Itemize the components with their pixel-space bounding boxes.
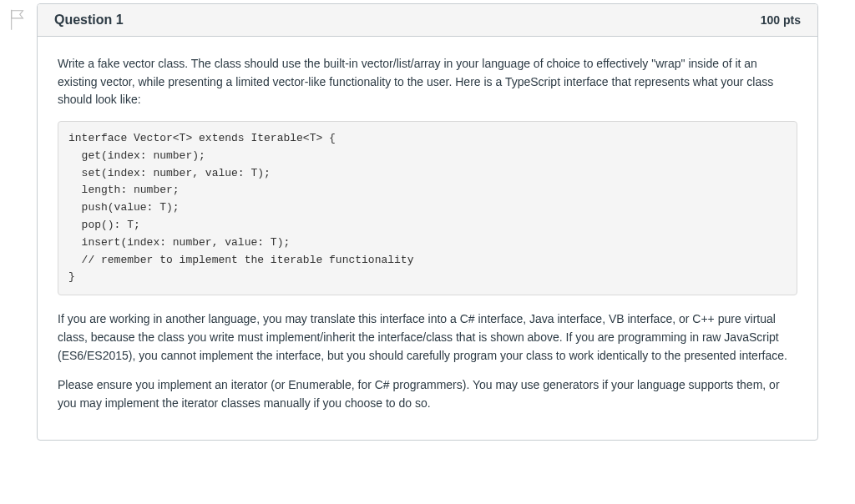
question-body: Write a fake vector class. The class sho…	[38, 37, 817, 440]
paragraph-3: Please ensure you implement an iterator …	[58, 376, 797, 412]
question-card: Question 1 100 pts Write a fake vector c…	[37, 3, 818, 441]
intro-paragraph: Write a fake vector class. The class sho…	[58, 55, 797, 109]
flag-icon[interactable]	[8, 8, 27, 32]
code-block: interface Vector<T> extends Iterable<T> …	[58, 121, 797, 295]
question-title: Question 1	[54, 13, 124, 28]
question-points: 100 pts	[761, 13, 801, 27]
question-header: Question 1 100 pts	[38, 4, 817, 37]
paragraph-2: If you are working in another language, …	[58, 310, 797, 365]
